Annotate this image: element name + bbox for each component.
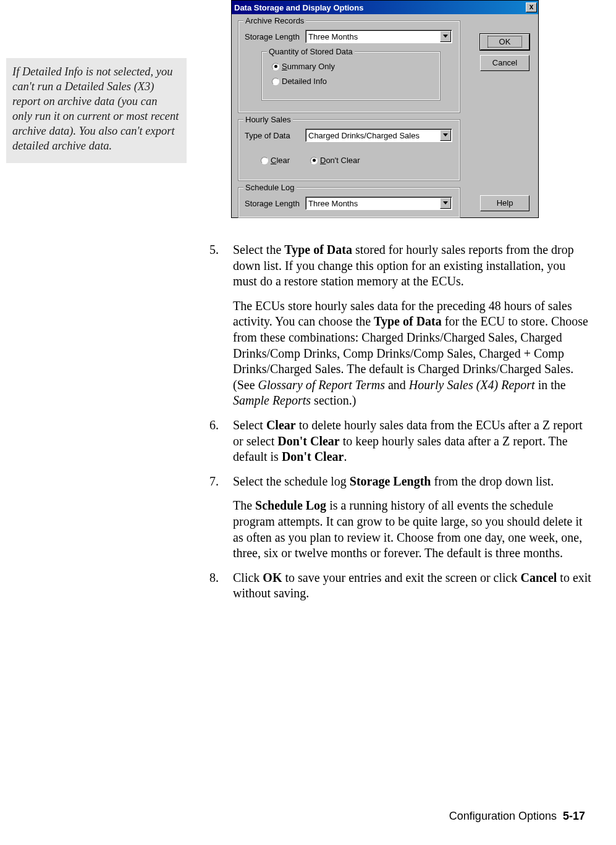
label-storage-length-archive: Storage Length	[245, 32, 300, 41]
step-8: 8. Click OK to save your entries and exi…	[209, 570, 593, 602]
help-button[interactable]: Help	[480, 195, 530, 211]
dropdown-schedule-storage-length[interactable]: Three Months	[305, 196, 452, 210]
dropdown-value: Three Months	[308, 199, 358, 208]
label-storage-length-schedule: Storage Length	[245, 199, 300, 208]
chevron-down-icon	[440, 31, 451, 42]
step-body: Select the schedule log Storage Length f…	[233, 474, 593, 490]
radio-summary-only[interactable]: Summary Only	[272, 62, 335, 71]
dropdown-value: Three Months	[308, 32, 358, 41]
dialog-body: Archive Records Storage Length Three Mon…	[232, 14, 538, 217]
step-6: 6. Select Clear to delete hourly sales d…	[209, 418, 593, 465]
radio-label: Clear	[271, 156, 290, 165]
step-number: 5.	[209, 242, 233, 290]
step-5: 5. Select the Type of Data stored for ho…	[209, 242, 593, 290]
page-footer: Configuration Options 5-17	[449, 810, 585, 823]
dialog-title: Data Storage and Display Options	[234, 3, 364, 12]
radio-clear[interactable]: Clear	[261, 156, 290, 165]
label-type-of-data: Type of Data	[245, 131, 290, 140]
close-button[interactable]: x	[526, 2, 537, 12]
group-quantity-stored-data: Quantity of Stored Data Summary Only Det…	[261, 51, 441, 101]
step-number: 8.	[209, 570, 233, 602]
footer-page-number: 5-17	[563, 810, 585, 822]
dropdown-archive-storage-length[interactable]: Three Months	[305, 30, 452, 43]
radio-label: Detailed Info	[282, 77, 327, 86]
group-hourly-sales: Hourly Sales Type of Data Charged Drinks…	[238, 119, 460, 181]
dropdown-type-of-data[interactable]: Charged Drinks/Charged Sales	[305, 128, 452, 142]
group-schedule-log: Schedule Log Storage Length Three Months	[238, 187, 460, 218]
legend-hourly: Hourly Sales	[243, 115, 293, 124]
radio-label: Summary Only	[282, 62, 335, 71]
radio-dont-clear[interactable]: Don't Clear	[310, 156, 360, 165]
legend-archive: Archive Records	[243, 16, 306, 25]
radio-icon	[310, 157, 318, 164]
step-number: 7.	[209, 474, 233, 490]
cancel-button[interactable]: Cancel	[480, 55, 530, 71]
sidebar-note: If Detailed Info is not selected, you ca…	[6, 58, 187, 163]
radio-icon	[272, 63, 279, 70]
dialog-data-storage: Data Storage and Display Options x Archi…	[231, 0, 539, 218]
svg-marker-1	[443, 133, 448, 137]
step-body: Select Clear to delete hourly sales data…	[233, 418, 593, 465]
step-body: Click OK to save your entries and exit t…	[233, 570, 593, 602]
ok-button[interactable]: OK	[480, 34, 530, 50]
step-7: 7. Select the schedule log Storage Lengt…	[209, 474, 593, 490]
radio-detailed-info[interactable]: Detailed Info	[272, 77, 327, 86]
step-7-detail: The Schedule Log is a running history of…	[233, 498, 593, 561]
svg-marker-0	[443, 35, 448, 38]
body-text: 5. Select the Type of Data stored for ho…	[209, 242, 593, 610]
radio-label: Don't Clear	[320, 156, 360, 165]
step-body: Select the Type of Data stored for hourl…	[233, 242, 593, 290]
titlebar: Data Storage and Display Options x	[232, 1, 538, 14]
legend-quantity: Quantity of Stored Data	[267, 47, 355, 56]
chevron-down-icon	[440, 198, 451, 209]
step-number: 6.	[209, 418, 233, 465]
legend-schedule: Schedule Log	[243, 183, 297, 192]
svg-marker-2	[443, 201, 448, 204]
radio-icon	[261, 157, 268, 164]
radio-icon	[272, 78, 279, 85]
footer-section: Configuration Options	[449, 810, 557, 822]
step-5-detail: The ECUs store hourly sales data for the…	[233, 298, 593, 409]
dropdown-value: Charged Drinks/Charged Sales	[308, 131, 420, 140]
chevron-down-icon	[440, 130, 451, 141]
